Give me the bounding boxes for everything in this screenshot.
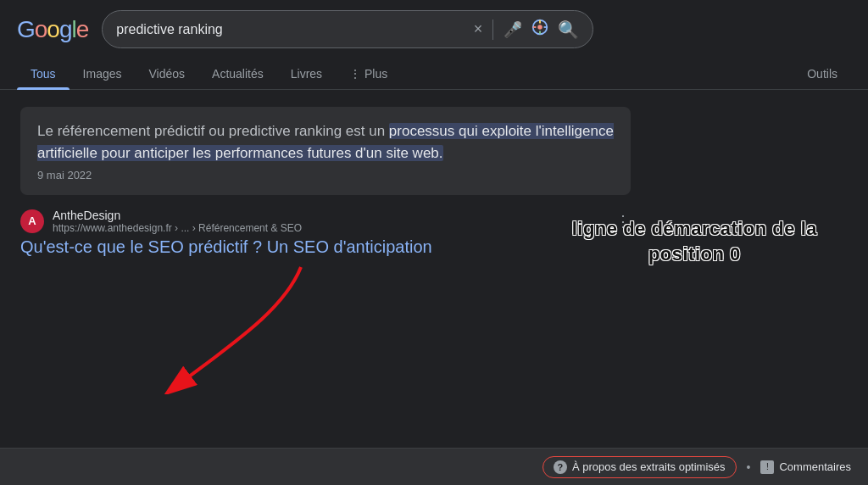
nav-bar: Tous Images Vidéos Actualités Livres ⋮ P… — [0, 59, 868, 90]
nav-tools[interactable]: Outils — [793, 59, 851, 89]
bottom-bar: ? À propos des extraits optimisés • ! Co… — [0, 448, 868, 485]
snippet-text: Le référencement prédictif ou predictive… — [37, 120, 614, 165]
clear-button[interactable]: × — [474, 20, 483, 38]
about-icon: ? — [554, 460, 567, 474]
commentaires-button[interactable]: ! Commentaires — [760, 460, 851, 474]
result-source-name: AntheDesign — [53, 209, 607, 222]
result-source-url: https://www.anthedesign.fr › ... › Référ… — [53, 222, 607, 234]
snippet-text-before: Le référencement prédictif ou predictive… — [37, 123, 389, 139]
annotation-text: ligne de démarcation de laposition 0 — [572, 216, 817, 266]
snippet-date: 9 mai 2022 — [37, 169, 614, 181]
comment-icon: ! — [760, 460, 774, 474]
result-favicon: A — [20, 209, 44, 233]
result-item: A AntheDesign https://www.anthedesign.fr… — [20, 209, 631, 257]
separator-dot: • — [747, 460, 751, 474]
search-icons: 🎤 🔍 — [504, 18, 579, 41]
commentaires-label: Commentaires — [779, 460, 851, 473]
search-icon[interactable]: 🔍 — [558, 20, 579, 40]
search-bar[interactable]: × 🎤 🔍 — [102, 10, 593, 48]
about-label: À propos des extraits optimisés — [572, 460, 726, 473]
svg-point-1 — [538, 25, 543, 30]
result-title[interactable]: Qu'est-ce que le SEO prédictif ? Un SEO … — [20, 237, 631, 257]
nav-item-actualites[interactable]: Actualités — [198, 59, 277, 89]
search-input[interactable] — [116, 22, 466, 37]
about-extraits-button[interactable]: ? À propos des extraits optimisés — [542, 456, 737, 478]
annotation-arrow — [131, 259, 318, 394]
nav-item-images[interactable]: Images — [70, 59, 136, 89]
nav-item-plus[interactable]: ⋮ Plus — [336, 59, 401, 89]
mic-icon[interactable]: 🎤 — [504, 20, 522, 39]
header: Google × 🎤 🔍 — [0, 0, 868, 59]
result-source: A AntheDesign https://www.anthedesign.fr… — [20, 209, 631, 234]
nav-item-tous[interactable]: Tous — [17, 59, 70, 89]
nav-item-videos[interactable]: Vidéos — [136, 59, 199, 89]
annotation: ligne de démarcation de laposition 0 — [572, 216, 817, 266]
lens-icon[interactable] — [531, 18, 549, 41]
result-source-info: AntheDesign https://www.anthedesign.fr ›… — [53, 209, 607, 234]
featured-snippet: Le référencement prédictif ou predictive… — [20, 107, 631, 195]
search-divider — [492, 20, 493, 40]
nav-item-livres[interactable]: Livres — [277, 59, 336, 89]
google-logo: Google — [17, 16, 88, 43]
